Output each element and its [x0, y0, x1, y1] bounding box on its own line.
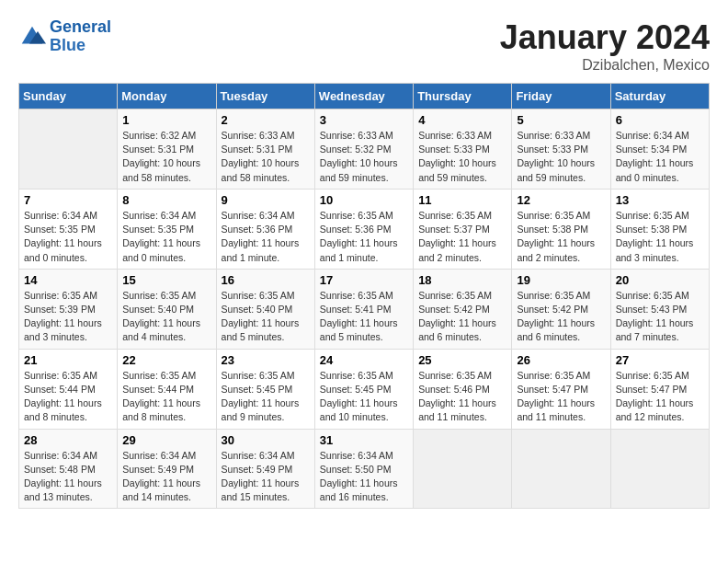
- day-info: Sunrise: 6:34 AM Sunset: 5:35 PM Dayligh…: [122, 209, 210, 265]
- day-number: 31: [320, 433, 408, 447]
- col-header-wednesday: Wednesday: [314, 84, 413, 109]
- day-number: 7: [24, 193, 112, 207]
- day-number: 18: [418, 273, 506, 287]
- day-number: 6: [616, 113, 704, 127]
- calendar-cell: 17Sunrise: 6:35 AM Sunset: 5:41 PM Dayli…: [314, 269, 413, 349]
- calendar-cell: 11Sunrise: 6:35 AM Sunset: 5:37 PM Dayli…: [414, 189, 512, 269]
- day-info: Sunrise: 6:33 AM Sunset: 5:33 PM Dayligh…: [418, 129, 506, 185]
- calendar-week-row: 28Sunrise: 6:34 AM Sunset: 5:48 PM Dayli…: [19, 429, 710, 509]
- day-info: Sunrise: 6:35 AM Sunset: 5:43 PM Dayligh…: [616, 289, 704, 345]
- calendar-week-row: 21Sunrise: 6:35 AM Sunset: 5:44 PM Dayli…: [19, 349, 710, 429]
- day-number: 13: [616, 193, 704, 207]
- calendar-cell: 7Sunrise: 6:34 AM Sunset: 5:35 PM Daylig…: [19, 189, 118, 269]
- calendar-cell: 30Sunrise: 6:34 AM Sunset: 5:49 PM Dayli…: [216, 429, 314, 509]
- day-number: 2: [222, 113, 310, 127]
- calendar-cell: 1Sunrise: 6:32 AM Sunset: 5:31 PM Daylig…: [118, 109, 216, 190]
- col-header-tuesday: Tuesday: [216, 84, 314, 109]
- day-number: 12: [517, 193, 605, 207]
- day-info: Sunrise: 6:35 AM Sunset: 5:44 PM Dayligh…: [24, 369, 112, 425]
- logo: General Blue: [18, 18, 111, 55]
- day-info: Sunrise: 6:35 AM Sunset: 5:44 PM Dayligh…: [122, 369, 210, 425]
- col-header-friday: Friday: [512, 84, 610, 109]
- day-number: 16: [222, 273, 310, 287]
- day-number: 27: [616, 353, 704, 367]
- calendar-week-row: 14Sunrise: 6:35 AM Sunset: 5:39 PM Dayli…: [19, 269, 710, 349]
- calendar-cell: 9Sunrise: 6:34 AM Sunset: 5:36 PM Daylig…: [216, 189, 314, 269]
- calendar-cell: 4Sunrise: 6:33 AM Sunset: 5:33 PM Daylig…: [414, 109, 512, 190]
- calendar-cell: 24Sunrise: 6:35 AM Sunset: 5:45 PM Dayli…: [314, 349, 413, 429]
- calendar-cell: 26Sunrise: 6:35 AM Sunset: 5:47 PM Dayli…: [512, 349, 610, 429]
- day-number: 20: [616, 273, 704, 287]
- day-info: Sunrise: 6:35 AM Sunset: 5:47 PM Dayligh…: [517, 369, 605, 425]
- day-info: Sunrise: 6:35 AM Sunset: 5:45 PM Dayligh…: [320, 369, 408, 425]
- day-number: 17: [320, 273, 408, 287]
- day-number: 24: [320, 353, 408, 367]
- day-info: Sunrise: 6:35 AM Sunset: 5:40 PM Dayligh…: [222, 289, 310, 345]
- day-info: Sunrise: 6:32 AM Sunset: 5:31 PM Dayligh…: [122, 129, 210, 185]
- calendar-cell: 28Sunrise: 6:34 AM Sunset: 5:48 PM Dayli…: [19, 429, 118, 509]
- day-number: 15: [122, 273, 210, 287]
- day-number: 9: [222, 193, 310, 207]
- col-header-thursday: Thursday: [414, 84, 512, 109]
- logo-blue: Blue: [50, 37, 111, 55]
- page-header: General Blue January 2024 Dzibalchen, Me…: [18, 18, 710, 74]
- location-subtitle: Dzibalchen, Mexico: [500, 57, 710, 74]
- day-info: Sunrise: 6:35 AM Sunset: 5:37 PM Dayligh…: [418, 209, 506, 265]
- day-info: Sunrise: 6:34 AM Sunset: 5:36 PM Dayligh…: [222, 209, 310, 265]
- day-number: 29: [122, 433, 210, 447]
- day-number: 5: [517, 113, 605, 127]
- calendar-cell: [19, 109, 118, 190]
- day-info: Sunrise: 6:35 AM Sunset: 5:42 PM Dayligh…: [517, 289, 605, 345]
- month-title: January 2024: [500, 18, 710, 57]
- calendar-week-row: 7Sunrise: 6:34 AM Sunset: 5:35 PM Daylig…: [19, 189, 710, 269]
- day-number: 21: [24, 353, 112, 367]
- day-info: Sunrise: 6:35 AM Sunset: 5:38 PM Dayligh…: [616, 209, 704, 265]
- calendar-cell: 19Sunrise: 6:35 AM Sunset: 5:42 PM Dayli…: [512, 269, 610, 349]
- day-info: Sunrise: 6:35 AM Sunset: 5:47 PM Dayligh…: [616, 369, 704, 425]
- col-header-saturday: Saturday: [610, 84, 709, 109]
- calendar-cell: 31Sunrise: 6:34 AM Sunset: 5:50 PM Dayli…: [314, 429, 413, 509]
- day-info: Sunrise: 6:34 AM Sunset: 5:49 PM Dayligh…: [222, 449, 310, 505]
- day-number: 28: [24, 433, 112, 447]
- day-number: 3: [320, 113, 408, 127]
- calendar-cell: [610, 429, 709, 509]
- day-number: 10: [320, 193, 408, 207]
- day-info: Sunrise: 6:34 AM Sunset: 5:49 PM Dayligh…: [122, 449, 210, 505]
- calendar-cell: 16Sunrise: 6:35 AM Sunset: 5:40 PM Dayli…: [216, 269, 314, 349]
- day-number: 19: [517, 273, 605, 287]
- day-info: Sunrise: 6:33 AM Sunset: 5:32 PM Dayligh…: [320, 129, 408, 185]
- calendar-cell: 20Sunrise: 6:35 AM Sunset: 5:43 PM Dayli…: [610, 269, 709, 349]
- day-number: 30: [222, 433, 310, 447]
- calendar-cell: 3Sunrise: 6:33 AM Sunset: 5:32 PM Daylig…: [314, 109, 413, 190]
- calendar-table: SundayMondayTuesdayWednesdayThursdayFrid…: [18, 83, 710, 509]
- day-number: 4: [418, 113, 506, 127]
- day-info: Sunrise: 6:34 AM Sunset: 5:35 PM Dayligh…: [24, 209, 112, 265]
- calendar-cell: 25Sunrise: 6:35 AM Sunset: 5:46 PM Dayli…: [414, 349, 512, 429]
- day-info: Sunrise: 6:34 AM Sunset: 5:48 PM Dayligh…: [24, 449, 112, 505]
- calendar-cell: 10Sunrise: 6:35 AM Sunset: 5:36 PM Dayli…: [314, 189, 413, 269]
- calendar-cell: [414, 429, 512, 509]
- day-number: 25: [418, 353, 506, 367]
- logo-text: General Blue: [50, 18, 111, 55]
- day-number: 8: [122, 193, 210, 207]
- calendar-cell: 27Sunrise: 6:35 AM Sunset: 5:47 PM Dayli…: [610, 349, 709, 429]
- day-number: 22: [122, 353, 210, 367]
- calendar-cell: 29Sunrise: 6:34 AM Sunset: 5:49 PM Dayli…: [118, 429, 216, 509]
- calendar-cell: 23Sunrise: 6:35 AM Sunset: 5:45 PM Dayli…: [216, 349, 314, 429]
- day-number: 11: [418, 193, 506, 207]
- calendar-cell: 6Sunrise: 6:34 AM Sunset: 5:34 PM Daylig…: [610, 109, 709, 190]
- day-info: Sunrise: 6:35 AM Sunset: 5:46 PM Dayligh…: [418, 369, 506, 425]
- calendar-cell: 2Sunrise: 6:33 AM Sunset: 5:31 PM Daylig…: [216, 109, 314, 190]
- day-number: 26: [517, 353, 605, 367]
- col-header-sunday: Sunday: [19, 84, 118, 109]
- calendar-cell: 21Sunrise: 6:35 AM Sunset: 5:44 PM Dayli…: [19, 349, 118, 429]
- day-info: Sunrise: 6:33 AM Sunset: 5:31 PM Dayligh…: [222, 129, 310, 185]
- calendar-week-row: 1Sunrise: 6:32 AM Sunset: 5:31 PM Daylig…: [19, 109, 710, 190]
- day-info: Sunrise: 6:34 AM Sunset: 5:50 PM Dayligh…: [320, 449, 408, 505]
- calendar-cell: 18Sunrise: 6:35 AM Sunset: 5:42 PM Dayli…: [414, 269, 512, 349]
- calendar-cell: 15Sunrise: 6:35 AM Sunset: 5:40 PM Dayli…: [118, 269, 216, 349]
- title-block: January 2024 Dzibalchen, Mexico: [500, 18, 710, 74]
- calendar-cell: [512, 429, 610, 509]
- day-info: Sunrise: 6:33 AM Sunset: 5:33 PM Dayligh…: [517, 129, 605, 185]
- day-info: Sunrise: 6:35 AM Sunset: 5:45 PM Dayligh…: [222, 369, 310, 425]
